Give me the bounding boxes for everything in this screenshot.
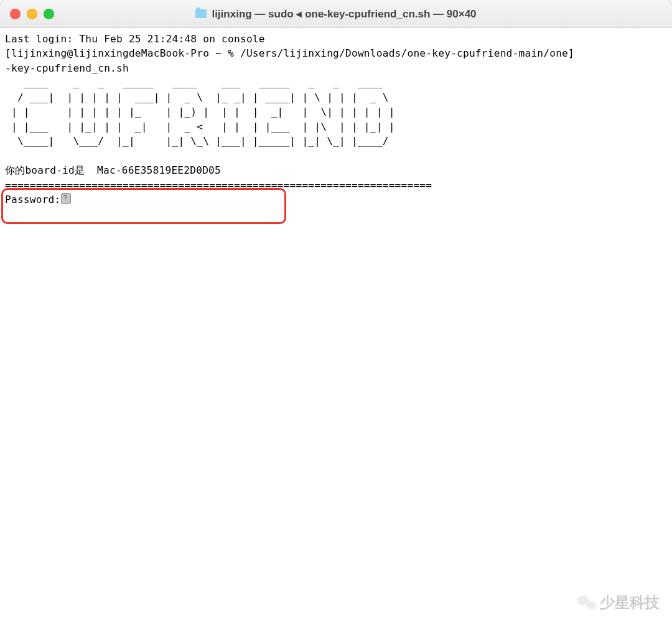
wechat-icon <box>577 594 596 611</box>
maximize-button[interactable] <box>44 9 54 19</box>
window-title: lijinxing — sudo ◂ one-key-cpufriend_cn.… <box>0 7 672 21</box>
divider-line: ========================================… <box>5 179 432 191</box>
folder-icon <box>195 9 207 18</box>
terminal-body[interactable]: Last login: Thu Feb 25 21:24:48 on conso… <box>0 28 672 211</box>
close-button[interactable] <box>10 9 21 19</box>
key-icon <box>61 193 71 204</box>
prompt-line-2: -key-cpufriend_cn.sh <box>5 62 129 74</box>
window-title-text: lijinxing — sudo ◂ one-key-cpufriend_cn.… <box>212 7 476 21</box>
minimize-button[interactable] <box>27 9 37 19</box>
watermark-text: 少星科技 <box>600 593 660 613</box>
password-prompt: Password: <box>5 194 61 205</box>
prompt-line-1: [lijinxing@lijinxingdeMacBook-Pro ~ % /U… <box>5 47 574 59</box>
board-id-line: 你的board-id是 Mac-66E35819EE2D0D05 <box>5 164 221 176</box>
ascii-art-banner: ____ _ _ _____ ____ ___ _____ _ _ ____ /… <box>5 77 395 147</box>
terminal-window: lijinxing — sudo ◂ one-key-cpufriend_cn.… <box>0 0 672 625</box>
last-login-line: Last login: Thu Feb 25 21:24:48 on conso… <box>5 33 265 45</box>
watermark: 少星科技 <box>577 593 660 613</box>
traffic-lights <box>0 9 54 19</box>
titlebar: lijinxing — sudo ◂ one-key-cpufriend_cn.… <box>0 0 672 28</box>
